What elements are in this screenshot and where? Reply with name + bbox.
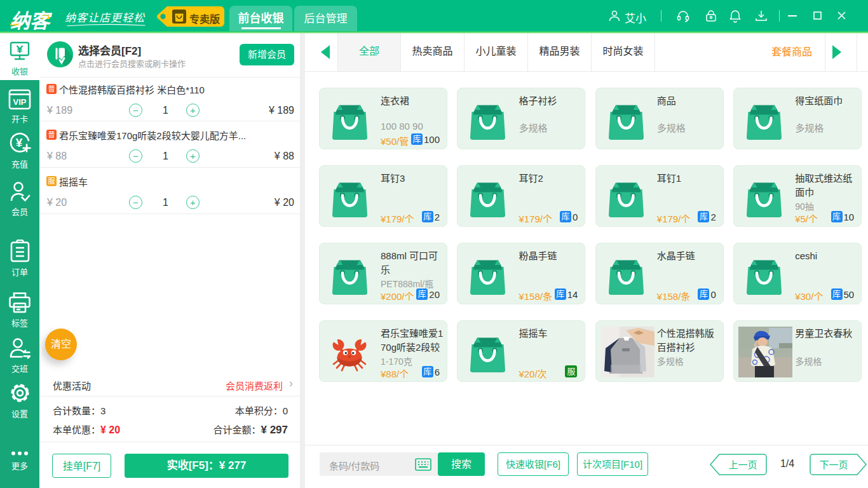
svg-text:VIP: VIP xyxy=(13,97,27,107)
svg-text:上一页: 上一页 xyxy=(728,459,757,470)
svg-text:下一页: 下一页 xyxy=(819,459,848,470)
svg-text:¥: ¥ xyxy=(16,136,23,149)
